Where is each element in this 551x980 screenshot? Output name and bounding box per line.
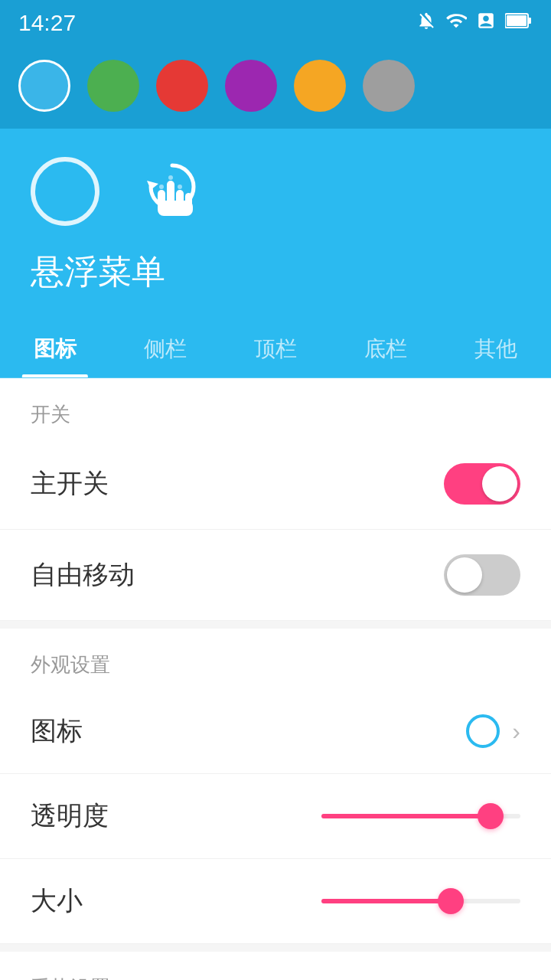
main-switch-toggle[interactable]: [444, 463, 520, 505]
color-dots-bar: [0, 46, 551, 129]
tab-bottombar[interactable]: 底栏: [331, 318, 441, 377]
svg-point-10: [168, 175, 173, 180]
size-slider-thumb[interactable]: [438, 888, 464, 914]
tab-topbar[interactable]: 顶栏: [220, 318, 331, 377]
tab-other[interactable]: 其他: [441, 318, 551, 377]
svg-rect-8: [158, 201, 193, 216]
setting-row-main-switch: 主开关: [0, 439, 551, 530]
transparency-slider-fill: [321, 814, 491, 818]
header-section: 悬浮菜单: [0, 129, 551, 318]
section-label-switch: 开关: [0, 378, 551, 439]
notification-muted-icon: [416, 11, 436, 35]
section-spacer-1: [0, 621, 551, 629]
color-dot-blue[interactable]: [18, 60, 70, 112]
free-move-toggle[interactable]: [444, 554, 520, 596]
tab-sidebar[interactable]: 侧栏: [110, 318, 220, 377]
icon-circle-indicator: [466, 714, 500, 748]
color-dot-green[interactable]: [87, 60, 139, 112]
size-label: 大小: [31, 884, 83, 919]
color-dot-purple[interactable]: [225, 60, 277, 112]
main-switch-label: 主开关: [31, 466, 109, 501]
size-slider-fill: [321, 899, 451, 903]
color-dot-red[interactable]: [156, 60, 208, 112]
section-spacer-2: [0, 944, 551, 952]
settings-container: 开关 主开关 自由移动 外观设置 图标 › 透明度 大小: [0, 378, 551, 980]
color-dot-gray[interactable]: [363, 60, 415, 112]
setting-row-size: 大小: [0, 859, 551, 944]
icon-setting-label: 图标: [31, 714, 83, 749]
header-icons-row: [31, 152, 520, 231]
header-title: 悬浮菜单: [31, 250, 520, 318]
size-slider-track: [321, 899, 520, 903]
status-time: 14:27: [18, 10, 76, 36]
screen-icon: [476, 11, 496, 35]
color-dot-yellow[interactable]: [294, 60, 346, 112]
setting-row-icon[interactable]: 图标 ›: [0, 689, 551, 774]
floating-circle-icon: [31, 157, 99, 226]
section-label-gesture: 手势设置: [0, 952, 551, 980]
wifi-icon: [445, 10, 467, 36]
svg-point-9: [159, 185, 164, 189]
svg-rect-1: [528, 18, 531, 24]
section-label-appearance: 外观设置: [0, 629, 551, 689]
transparency-slider-thumb[interactable]: [478, 803, 504, 829]
gesture-icon: [130, 152, 207, 231]
status-icons: [416, 10, 533, 36]
svg-point-12: [168, 194, 173, 198]
tab-icon[interactable]: 图标: [0, 318, 110, 377]
battery-icon: [505, 12, 533, 34]
transparency-slider[interactable]: [321, 801, 520, 831]
transparency-slider-track: [321, 814, 520, 818]
setting-row-free-move: 自由移动: [0, 530, 551, 621]
tabs-bar: 图标 侧栏 顶栏 底栏 其他: [0, 318, 551, 378]
setting-row-transparency: 透明度: [0, 774, 551, 859]
svg-point-11: [178, 185, 182, 189]
svg-rect-2: [507, 15, 527, 26]
status-bar: 14:27: [0, 0, 551, 46]
chevron-right-icon: ›: [512, 717, 520, 746]
size-slider[interactable]: [321, 886, 520, 916]
icon-chevron-wrap: ›: [466, 714, 520, 748]
transparency-label: 透明度: [31, 799, 109, 834]
free-move-label: 自由移动: [31, 557, 135, 593]
